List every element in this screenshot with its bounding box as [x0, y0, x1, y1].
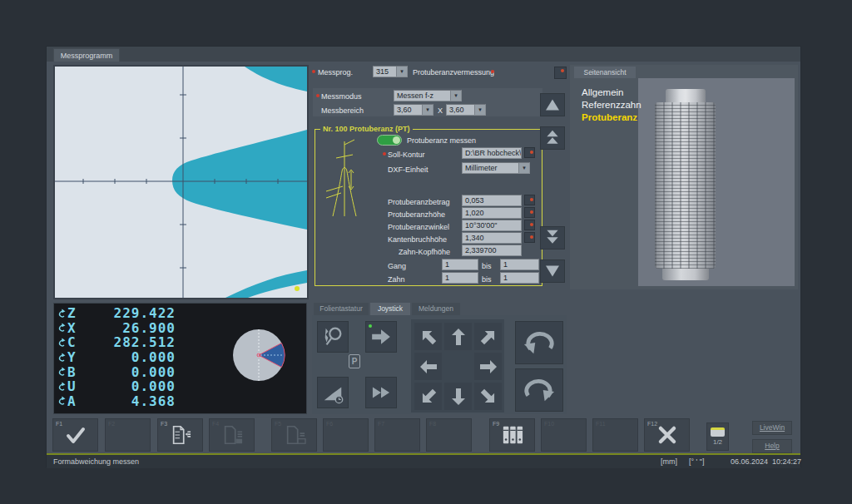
fkey-f8[interactable]: F8: [426, 418, 472, 452]
fkey-label: F5: [275, 421, 281, 427]
axis-letter: Z: [67, 305, 82, 321]
arrow-down-right-icon: [478, 387, 498, 407]
side-menu-item-referenzzahn[interactable]: Referenzzahn: [582, 99, 641, 111]
tab-folientastatur[interactable]: Folientastatur: [314, 303, 369, 315]
help-button[interactable]: Help: [752, 439, 792, 453]
program-warning-button[interactable]: [554, 67, 567, 79]
step-move-button[interactable]: [365, 321, 397, 353]
rotate-ccw-button[interactable]: [515, 321, 563, 364]
side-menu: Allgemein Referenzzahn Protuberanz: [582, 86, 641, 124]
checkmark-icon: [64, 425, 87, 445]
zahn-from-field[interactable]: 1: [442, 272, 478, 284]
nav-last-button[interactable]: [540, 226, 565, 250]
fkey-f6[interactable]: F6: [323, 418, 369, 452]
axis-ref-icon: [57, 382, 67, 392]
park-position-button[interactable]: P: [349, 354, 360, 368]
jog-down-left-button[interactable]: [414, 383, 442, 410]
messbereich-w-select[interactable]: 3,60: [394, 104, 433, 116]
softkey-page-button[interactable]: 1/2: [706, 422, 729, 451]
jog-up-left-button[interactable]: [414, 323, 442, 350]
tab-messprogramm[interactable]: Messprogramm: [53, 48, 120, 62]
axis-ref-icon: [57, 396, 67, 406]
nav-first-button[interactable]: [540, 126, 565, 150]
messmodus-select[interactable]: Messen f-z: [394, 90, 462, 101]
protuberanzbetrag-warning-button[interactable]: [524, 195, 535, 205]
zahn-kopfhoehe-label: Zahn-Kopfhöhe: [399, 248, 450, 256]
axis-letter: X: [67, 320, 82, 336]
fkey-label: F7: [378, 421, 384, 427]
messprog-select[interactable]: 315: [373, 66, 408, 77]
soll-kontur-field[interactable]: D:\BR hobcheck\Z31: [462, 147, 522, 159]
jog-right-button[interactable]: [474, 353, 502, 380]
soll-kontur-warning-button[interactable]: [524, 147, 535, 158]
nav-down-button[interactable]: [540, 259, 565, 283]
fkey-f1-confirm[interactable]: F1: [52, 418, 98, 452]
double-triangle-up-icon: [544, 130, 561, 146]
protuberanzhoehe-warning-button[interactable]: [524, 207, 535, 218]
zahn-from-value: 1: [445, 274, 449, 282]
tab-meldungen[interactable]: Meldungen: [412, 303, 460, 315]
hob-3d-viewport[interactable]: [638, 78, 795, 286]
nav-up-button[interactable]: [540, 93, 565, 116]
jog-up-button[interactable]: [444, 323, 472, 350]
zahn-to-value: 1: [503, 274, 508, 282]
gang-to-field[interactable]: 1: [500, 259, 539, 270]
messbereich-h-select[interactable]: 3,60: [446, 104, 486, 116]
fkey-f7[interactable]: F7: [374, 418, 420, 452]
zahn-label: Zahn: [388, 275, 405, 284]
side-menu-item-allgemein[interactable]: Allgemein: [582, 86, 641, 99]
fkey-f2[interactable]: F2: [105, 418, 151, 452]
rotate-ccw-icon: [520, 327, 558, 358]
protuberanzbetrag-field[interactable]: 0,053: [462, 195, 522, 206]
fkey-f9-archive[interactable]: F9: [489, 418, 535, 452]
kantenbruchhoehe-field[interactable]: 1,340: [462, 232, 522, 244]
tooth-profile-plot[interactable]: [53, 65, 309, 299]
arrow-up-icon: [448, 327, 468, 347]
manual-control-panel: Folientastatur Joystick Meldungen P: [312, 303, 567, 414]
tab-seitenansicht[interactable]: Seitenansicht: [574, 67, 636, 78]
zahn-kopfhoehe-value: 2,339700: [465, 246, 497, 254]
fkey-f3-report[interactable]: F3: [157, 418, 203, 452]
kantenbruchhoehe-value: 1,340: [465, 234, 484, 242]
fkey-f10[interactable]: F10: [541, 418, 587, 452]
ramp-speed-button[interactable]: [317, 377, 349, 408]
fkey-f11[interactable]: F11: [592, 418, 638, 452]
axis-letter: B: [67, 364, 82, 380]
gang-from-field[interactable]: 1: [442, 259, 478, 270]
dxf-einheit-value: Millimeter: [465, 164, 498, 172]
rotate-cw-button[interactable]: [515, 368, 563, 412]
zahn-to-field[interactable]: 1: [500, 272, 539, 284]
fkey-f5[interactable]: F5: [271, 418, 317, 452]
protuberanzwinkel-value: 10°30'00": [465, 221, 498, 230]
messmodus-label: Messmodus: [321, 92, 362, 101]
fkey-f12-cancel[interactable]: F12: [644, 418, 690, 452]
toggle-label: Protuberanz messen: [407, 136, 476, 145]
jog-down-button[interactable]: [444, 383, 472, 410]
livewin-button[interactable]: LiveWin: [752, 421, 792, 435]
messmodus-value: Messen f-z: [397, 91, 433, 100]
joystick-content: P: [312, 315, 567, 414]
protuberanzwinkel-field[interactable]: 10°30'00": [462, 220, 522, 231]
rapid-move-button[interactable]: [365, 377, 397, 408]
protuberanzwinkel-warning-button[interactable]: [524, 220, 535, 230]
protuberanz-schematic-icon: [324, 136, 378, 220]
protuberanzhoehe-field[interactable]: 1,020: [462, 207, 522, 219]
side-menu-item-protuberanz[interactable]: Protuberanz: [582, 111, 641, 124]
double-triangle-down-icon: [544, 230, 561, 246]
axis-value: 26.900: [82, 320, 176, 336]
fkey-f4[interactable]: F4: [209, 418, 255, 452]
zahn-kopfhoehe-field[interactable]: 2,339700: [462, 245, 522, 256]
jog-left-button[interactable]: [414, 353, 442, 380]
fast-forward-icon: [370, 383, 392, 402]
probe-search-button[interactable]: [317, 321, 349, 353]
jog-up-right-button[interactable]: [474, 323, 502, 350]
tab-joystick[interactable]: Joystick: [370, 303, 410, 315]
jog-down-right-button[interactable]: [474, 383, 502, 410]
kantenbruchhoehe-warning-button[interactable]: [524, 232, 535, 243]
unit-angle-indicator: [° ' "]: [689, 455, 705, 468]
protuberanz-messen-toggle[interactable]: [377, 135, 402, 146]
rotate-cw-icon: [520, 374, 558, 406]
dxf-einheit-select[interactable]: Millimeter: [462, 162, 530, 174]
axis-letter: A: [67, 393, 82, 409]
active-indicator-dot: [369, 324, 372, 328]
